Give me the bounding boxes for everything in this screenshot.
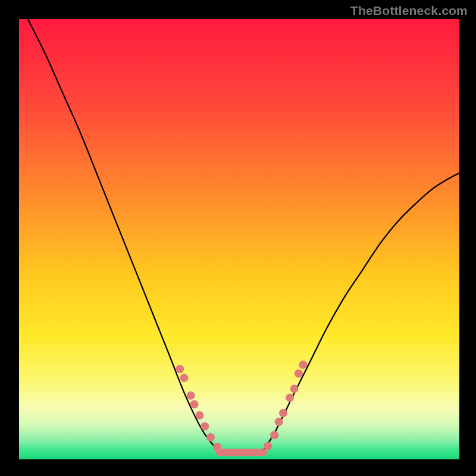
curve-marker — [195, 411, 203, 419]
curve-marker — [299, 361, 307, 369]
curve-marker — [180, 374, 189, 382]
watermark-text: TheBottleneck.com — [350, 4, 468, 18]
curve-marker — [190, 400, 199, 409]
gradient-background — [19, 19, 459, 459]
plot-area — [19, 19, 459, 459]
curve-marker — [201, 422, 209, 431]
curve-marker — [264, 442, 272, 450]
curve-marker — [206, 433, 215, 441]
curve-marker — [187, 392, 195, 400]
curve-marker — [286, 393, 294, 402]
curve-marker — [290, 385, 299, 393]
curve-marker — [275, 418, 283, 426]
curve-marker — [279, 409, 287, 417]
curve-marker — [295, 369, 303, 378]
chart-svg — [19, 19, 459, 459]
curve-marker — [270, 431, 278, 439]
chart-stage: TheBottleneck.com — [0, 0, 476, 476]
curve-marker — [176, 365, 184, 373]
